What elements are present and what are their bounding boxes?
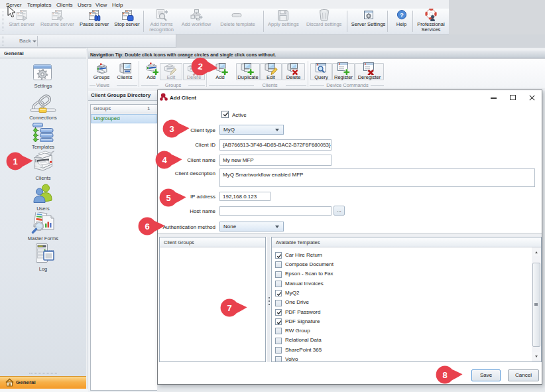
svg-text:1: 1 <box>13 157 17 166</box>
svg-text:8: 8 <box>442 370 447 380</box>
svg-text:6: 6 <box>145 222 149 231</box>
svg-text:3: 3 <box>169 124 174 134</box>
svg-text:4: 4 <box>162 155 167 165</box>
svg-text:5: 5 <box>166 193 170 203</box>
svg-text:?: ? <box>400 11 404 19</box>
svg-text:7: 7 <box>227 303 231 313</box>
